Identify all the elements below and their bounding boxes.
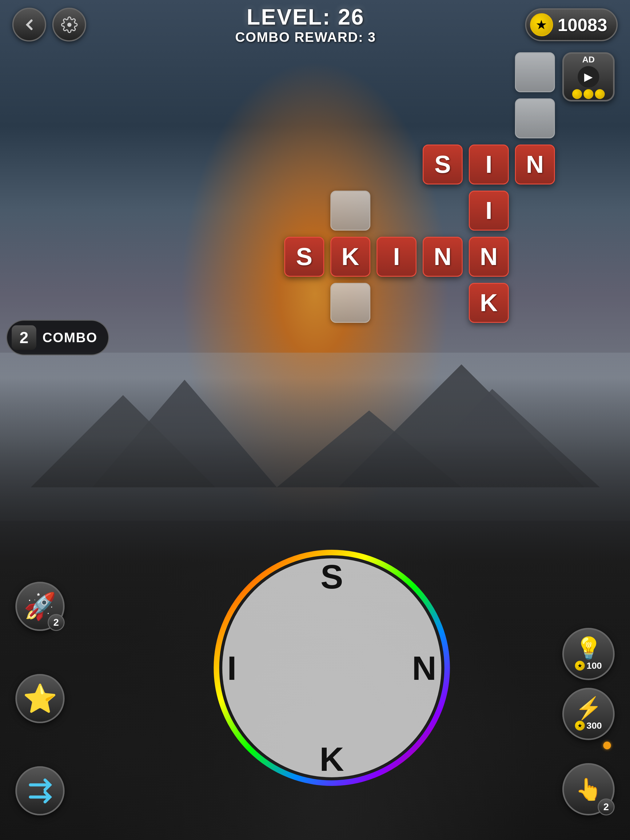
ad-coin-3: [595, 89, 605, 99]
ad-coins-row: [572, 89, 605, 99]
shuffle-icon: [25, 776, 55, 805]
coin-icon: ★: [530, 13, 553, 36]
level-display: LEVEL: 26: [86, 4, 525, 30]
wheel-letter-bottom[interactable]: K: [320, 739, 344, 778]
back-button[interactable]: [12, 8, 46, 41]
tile-S-sin: S: [423, 145, 463, 185]
coin-counter: ★ 10083: [525, 8, 618, 41]
ad-coin-1: [572, 89, 582, 99]
ad-coin-2: [584, 89, 594, 99]
ad-label: AD: [583, 55, 595, 65]
lightning-cost-amount: 300: [586, 720, 602, 731]
wheel-letter-left[interactable]: I: [227, 649, 237, 687]
back-icon: [21, 16, 38, 33]
hand-button[interactable]: 👆 2: [562, 763, 615, 815]
tile-I-sink: I: [469, 191, 509, 231]
wheel-letter-right[interactable]: N: [412, 649, 436, 687]
lightning-button[interactable]: ⚡ ★ 300: [562, 688, 615, 740]
orange-dot: [603, 742, 611, 749]
hand-badge: 2: [598, 799, 615, 815]
tile-K-skin: K: [330, 237, 370, 277]
tile-S-skin: S: [284, 237, 324, 277]
tile-empty-3: [330, 191, 370, 231]
coin-amount: 10083: [558, 14, 607, 35]
top-bar: LEVEL: 26 COMBO REWARD: 3 ★ 10083: [0, 0, 630, 49]
combo-number: 2: [12, 325, 36, 350]
settings-button[interactable]: [52, 8, 86, 41]
tile-empty-4: [330, 283, 370, 323]
star-button[interactable]: ⭐: [15, 674, 65, 723]
power-buttons-panel: 💡 ★ 100 ⚡ ★ 300 👆 2: [562, 628, 615, 815]
gear-icon: [61, 16, 78, 33]
hand-icon: 👆: [575, 778, 602, 800]
tile-N-skin: N: [423, 237, 463, 277]
left-nav-buttons: [12, 8, 86, 41]
lightning-cost: ★ 300: [575, 720, 602, 731]
tile-N-skin2: N: [469, 237, 509, 277]
hint-icon: 💡: [575, 637, 602, 659]
tile-I-skin: I: [377, 237, 416, 277]
shuffle-button[interactable]: [15, 766, 65, 815]
hint-cost: ★ 100: [575, 660, 602, 671]
combo-reward-display: COMBO REWARD: 3: [86, 30, 525, 45]
tile-empty-2: [515, 98, 555, 138]
rocket-button[interactable]: 🚀 2: [15, 582, 65, 631]
ad-play-icon: ▶: [578, 66, 599, 88]
letter-wheel-container: S I N K: [212, 548, 452, 788]
wheel-letter-top[interactable]: S: [321, 557, 343, 596]
game-title-area: LEVEL: 26 COMBO REWARD: 3: [86, 4, 525, 45]
lightning-cost-coin: ★: [575, 721, 585, 731]
tile-K-sink: K: [469, 283, 509, 323]
ad-button[interactable]: AD ▶: [562, 52, 615, 101]
combo-label: COMBO: [43, 330, 98, 345]
lightning-icon: ⚡: [575, 697, 602, 719]
star-icon: ⭐: [23, 682, 57, 715]
tile-N-sin: N: [515, 145, 555, 185]
rocket-badge: 2: [47, 614, 65, 631]
tile-I-sin: I: [469, 145, 509, 185]
tile-empty-1: [515, 52, 555, 92]
combo-badge: 2 COMBO: [6, 320, 109, 355]
hint-button[interactable]: 💡 ★ 100: [562, 628, 615, 680]
hint-cost-amount: 100: [586, 660, 602, 671]
hint-cost-coin: ★: [575, 661, 585, 671]
